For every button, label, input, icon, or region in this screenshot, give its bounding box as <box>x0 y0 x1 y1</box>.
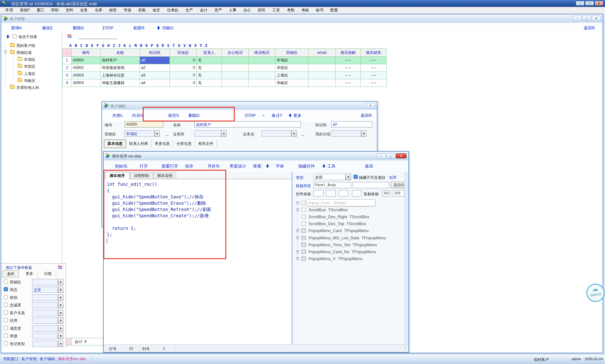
dropdown-button[interactable]: ▼ <box>58 287 63 293</box>
swap-icon[interactable] <box>57 265 63 269</box>
control-y-field[interactable] <box>326 190 336 196</box>
dropdown-button[interactable]: ▼ <box>58 310 63 316</box>
note-button[interactable]: 备注T <box>272 113 282 118</box>
contact-cell[interactable]: 无 <box>197 72 222 79</box>
alpha-letter[interactable]: R <box>162 43 164 48</box>
tree-item-local-region[interactable]: 本地区 <box>24 57 35 62</box>
receivable-cell[interactable]: 0 <box>170 64 197 72</box>
menu-item[interactable]: 常用 <box>2 7 16 14</box>
tab-contacts[interactable]: 联系人列表 <box>126 140 152 148</box>
tree-item-my-groups[interactable]: 我的客户组 <box>16 43 35 48</box>
dropdown-button[interactable]: ▼ <box>58 317 63 324</box>
group-combobox[interactable] <box>331 130 361 137</box>
filter-combobox[interactable] <box>32 279 58 285</box>
mouse-in-field[interactable]: Panel_Body <box>314 182 351 188</box>
menu-item[interactable]: 仓库 <box>91 7 106 14</box>
mobile-phone-cell[interactable] <box>249 57 275 64</box>
column-header[interactable]: 名称 <box>101 49 140 57</box>
table-row[interactable]: 1 A0000 临时客户 a0 0 无 本地区 – – – – <box>63 57 387 64</box>
last-sale-cell[interactable]: – – <box>361 57 387 64</box>
item-checkbox[interactable] <box>302 215 306 219</box>
email-cell[interactable] <box>308 64 336 72</box>
filter-checkbox[interactable] <box>4 341 8 345</box>
menu-item[interactable]: 会计 <box>196 7 211 14</box>
menu-item[interactable]: 销售 <box>106 7 120 14</box>
office-phone-cell[interactable] <box>222 57 249 64</box>
column-header[interactable]: - <box>63 49 72 57</box>
dropdown-button[interactable]: ▼ <box>58 333 63 339</box>
resize-grip-icon[interactable]: ⠿ <box>404 346 406 350</box>
row-number-cell[interactable]: 3 <box>63 72 72 79</box>
back-button[interactable]: 返回R <box>584 25 595 31</box>
alpha-letter[interactable]: Z <box>205 43 207 48</box>
mouse-x-field[interactable]: 202 <box>382 190 391 196</box>
filter-checkbox[interactable] <box>4 280 8 284</box>
table-row[interactable]: 2 A0002 华东捷波装饰 a2 0 无 华东区 – – – – <box>63 64 387 72</box>
column-header[interactable]: 移动电话 <box>249 49 275 57</box>
last-contact-cell[interactable]: – – <box>336 57 361 64</box>
taskbar-item-customer-mgmt[interactable]: 客户管理 <box>21 356 37 362</box>
row-number-cell[interactable]: 2 <box>63 64 72 72</box>
align-link[interactable]: 对齐 <box>389 175 397 180</box>
email-cell[interactable] <box>308 72 336 79</box>
tab-basic-info[interactable]: 基本信息 <box>104 139 126 148</box>
delete-button[interactable]: 删除D <box>73 25 84 31</box>
name-cell[interactable]: 上海林伞信息 <box>101 72 140 79</box>
filter-combobox[interactable] <box>32 310 58 316</box>
filter-combobox[interactable] <box>32 341 58 347</box>
tree-item-marketing-region[interactable]: 营销区域 <box>16 50 32 55</box>
type-combobox[interactable]: 全部 <box>314 174 346 180</box>
alpha-letter[interactable]: B <box>75 43 77 48</box>
last-sale-cell[interactable]: – – <box>361 79 387 87</box>
item-checkbox[interactable] <box>302 208 306 212</box>
alpha-letter[interactable]: T <box>172 43 175 48</box>
alpha-letter[interactable]: D <box>86 43 88 48</box>
editor-splitter[interactable] <box>292 172 292 344</box>
close-icon[interactable]: × <box>592 16 601 21</box>
filter-checkbox[interactable] <box>4 333 8 338</box>
hide-controls-button[interactable]: 隐藏控件 <box>298 163 315 169</box>
save-button[interactable]: 保存 <box>185 163 193 169</box>
refresh-button[interactable]: 刷新R <box>133 25 144 31</box>
mobile-phone-cell[interactable] <box>249 72 275 79</box>
row-number-cell[interactable]: 4 <box>63 79 72 87</box>
menu-item[interactable]: 办公 <box>240 7 254 14</box>
code-cell[interactable]: A0002 <box>72 64 101 72</box>
filter-checkbox[interactable] <box>4 310 8 315</box>
open-new-window-button[interactable]: 新窗打开 <box>162 163 178 169</box>
minimize-icon[interactable]: – <box>576 1 585 6</box>
salesman-combobox[interactable] <box>262 130 291 137</box>
menu-item[interactable]: 考核 <box>298 7 312 14</box>
expand-box-icon[interactable]: + <box>296 208 299 211</box>
menu-item[interactable]: 生产 <box>182 7 196 14</box>
menu-item[interactable]: 帮助 <box>48 7 62 14</box>
mnemonic-cell[interactable]: a3 <box>140 72 170 79</box>
column-header[interactable]: 联系人 <box>197 49 222 57</box>
alpha-letter[interactable]: Y <box>200 43 202 48</box>
mouse-y-field[interactable]: 209 <box>393 190 404 196</box>
expand-box-icon[interactable]: + <box>296 257 299 260</box>
item-checkbox[interactable] <box>302 201 306 205</box>
menu-item[interactable]: 招培 <box>254 7 269 14</box>
taskbar-item-script[interactable]: 脚本程序rec.eba <box>58 356 86 362</box>
dropdown-arrow-icon[interactable] <box>322 164 326 168</box>
tree-item-east-region[interactable]: 华东区 <box>24 64 35 69</box>
item-checkbox[interactable] <box>302 222 306 226</box>
menu-item[interactable]: 考勤 <box>283 7 298 14</box>
mnemonic-field[interactable]: a0 <box>331 121 372 128</box>
search-tab-date[interactable]: 日期 <box>40 270 56 277</box>
alpha-letter[interactable]: I <box>113 43 115 48</box>
alpha-letter[interactable]: L <box>129 43 131 48</box>
mobile-phone-cell[interactable] <box>249 64 275 72</box>
maximize-icon[interactable]: ▢ <box>386 153 395 158</box>
table-row[interactable]: 4 A0004 华南五康建材 a4 0 无 华南区 – – – – <box>63 79 387 87</box>
include-sub-checkbox[interactable] <box>13 34 17 38</box>
column-header[interactable]: 编号 <box>72 49 101 57</box>
column-header[interactable]: email <box>308 49 336 57</box>
search-tab-condition[interactable]: 条件 <box>3 270 19 277</box>
expand-box-icon[interactable]: + <box>296 236 299 239</box>
alpha-letter[interactable]: J <box>118 43 120 48</box>
column-header[interactable]: 营销区 <box>275 49 308 57</box>
office-phone-cell[interactable] <box>222 72 249 79</box>
tools-button[interactable]: 工具 <box>327 163 336 169</box>
